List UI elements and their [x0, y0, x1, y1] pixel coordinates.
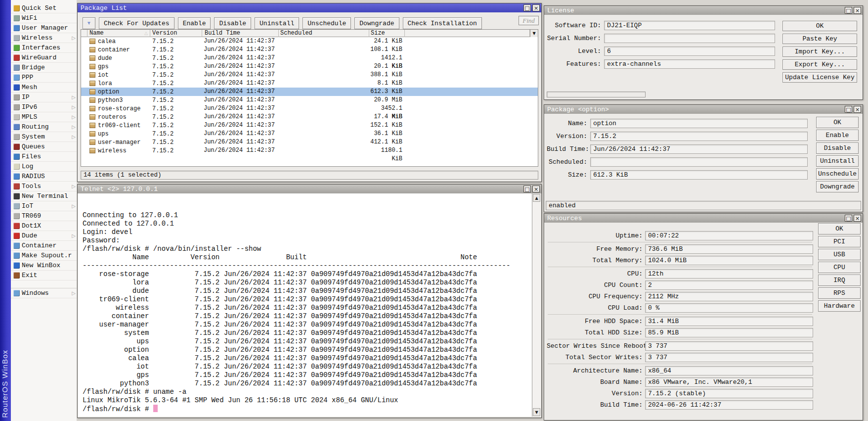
- toolbar-button[interactable]: Check Installation: [403, 17, 482, 29]
- toolbar-button[interactable]: Disable: [214, 17, 251, 29]
- dialog-button[interactable]: OK: [818, 223, 861, 234]
- dialog-button[interactable]: Update License Key: [782, 72, 857, 83]
- sidebar-item[interactable]: IPv6 ▷: [11, 102, 77, 112]
- sidebar-item-windows[interactable]: Windows ▷: [11, 288, 77, 298]
- field-input[interactable]: 1024.0 MiB: [645, 256, 813, 265]
- sidebar-item[interactable]: WireGuard ▷: [11, 53, 77, 63]
- sidebar-item[interactable]: Exit ▷: [11, 271, 77, 281]
- field-input[interactable]: x86 VMware, Inc. VMware20,1: [645, 377, 813, 387]
- column-header-name[interactable]: Name △: [87, 30, 150, 37]
- sidebar-item[interactable]: Container ▷: [11, 241, 77, 251]
- table-row[interactable]: container 7.15.2 Jun/26/2024 11:42:37 10…: [81, 46, 538, 54]
- sidebar-item[interactable]: Wireless ▷: [11, 33, 77, 43]
- scroll-up-ic[interactable]: ▲: [533, 194, 540, 202]
- dialog-button[interactable]: CPU: [818, 262, 861, 273]
- field-input[interactable]: 12th: [645, 269, 813, 279]
- license-titlebar[interactable]: License □ ×: [544, 6, 863, 15]
- field-input[interactable]: [590, 157, 808, 167]
- table-row[interactable]: lora 7.15.2 Jun/26/2024 11:42:37 8.1 KiB: [81, 79, 538, 88]
- dialog-button[interactable]: Hardware: [818, 300, 861, 312]
- field-input[interactable]: 3 737: [645, 353, 813, 362]
- field-input[interactable]: option: [590, 119, 808, 128]
- maximize-icon[interactable]: □: [523, 4, 531, 11]
- sidebar-item[interactable]: PPP ▷: [11, 73, 77, 83]
- sidebar-item[interactable]: Tools ▷: [11, 182, 77, 191]
- sidebar-item[interactable]: Routing ▷: [11, 122, 77, 132]
- sidebar-item[interactable]: Log ▷: [11, 162, 77, 172]
- sidebar-item[interactable]: User Manager ▷: [11, 23, 77, 33]
- sidebar-item[interactable]: Interfaces ▷: [11, 43, 77, 53]
- maximize-icon[interactable]: □: [845, 106, 852, 113]
- filter-button[interactable]: [83, 17, 95, 29]
- terminal-scrollbar[interactable]: ▲ ▼: [532, 193, 541, 417]
- close-icon[interactable]: ×: [532, 4, 540, 11]
- column-header-build-time[interactable]: Build Time: [202, 30, 279, 37]
- field-input[interactable]: 6: [604, 47, 775, 56]
- toolbar-button[interactable]: Unschedule: [303, 17, 351, 29]
- table-row[interactable]: option 7.15.2 Jun/26/2024 11:42:37 612.3…: [81, 88, 538, 96]
- sidebar-item[interactable]: IoT ▷: [11, 201, 77, 211]
- sidebar-item[interactable]: Make Supout.rif ▷: [11, 251, 77, 261]
- maximize-icon[interactable]: □: [523, 186, 531, 192]
- dialog-button[interactable]: Enable: [816, 130, 859, 141]
- table-row[interactable]: wireless 7.15.2 Jun/26/2024 11:42:37 118…: [81, 146, 538, 155]
- table-row[interactable]: routeros 7.15.2 Jun/26/2024 11:42:37 17.…: [81, 113, 538, 121]
- maximize-icon[interactable]: □: [845, 7, 852, 14]
- close-icon[interactable]: ×: [854, 215, 861, 222]
- dialog-button[interactable]: RPS: [818, 287, 861, 299]
- field-input[interactable]: 2: [645, 281, 813, 290]
- field-input[interactable]: 31.4 MiB: [645, 317, 813, 326]
- toolbar-button[interactable]: Uninstall: [255, 17, 299, 29]
- dialog-button[interactable]: Uninstall: [816, 155, 859, 167]
- scroll-down-btn[interactable]: ▼: [533, 408, 540, 416]
- maximize-icon[interactable]: □: [845, 215, 852, 222]
- column-header-scheduled[interactable]: Scheduled: [279, 30, 369, 37]
- column-dropdown-icon[interactable]: ▼: [530, 30, 538, 37]
- toolbar-button[interactable]: Enable: [178, 17, 211, 29]
- field-input[interactable]: 736.6 MiB: [645, 244, 813, 254]
- field-input[interactable]: 85.9 MiB: [645, 328, 813, 337]
- close-icon[interactable]: ×: [854, 7, 861, 14]
- dialog-button[interactable]: Disable: [816, 142, 859, 154]
- dialog-button[interactable]: PCI: [818, 236, 861, 247]
- find-input[interactable]: Find: [519, 16, 539, 25]
- dialog-button[interactable]: Paste Key: [782, 34, 857, 44]
- table-row[interactable]: calea 7.15.2 Jun/26/2024 11:42:37 24.1 K…: [81, 37, 538, 46]
- close-icon[interactable]: ×: [532, 186, 540, 192]
- sidebar-item[interactable]: Queues ▷: [11, 142, 77, 152]
- field-input[interactable]: extra-channels: [604, 59, 775, 69]
- field-input[interactable]: Jun/26/2024 11:42:37: [590, 144, 808, 154]
- field-input[interactable]: 2024-06-26 11:42:37: [645, 400, 813, 410]
- field-input[interactable]: 2112 MHz: [645, 292, 813, 301]
- sidebar-item[interactable]: New Terminal ▷: [11, 191, 77, 201]
- dialog-button[interactable]: IRQ: [818, 275, 861, 286]
- field-input[interactable]: 612.3 KiB: [590, 170, 808, 180]
- field-input[interactable]: 0 %: [645, 303, 813, 313]
- table-row[interactable]: python3 7.15.2 Jun/26/2024 11:42:37 20.9…: [81, 96, 538, 104]
- sidebar-item[interactable]: Bridge ▷: [11, 63, 77, 73]
- column-header-version[interactable]: Version: [150, 30, 202, 37]
- table-row[interactable]: gps 7.15.2 Jun/26/2024 11:42:37 20.1 KiB: [81, 62, 538, 71]
- sidebar-item[interactable]: System ▷: [11, 132, 77, 142]
- field-input[interactable]: 3 737: [645, 341, 813, 351]
- field-input[interactable]: [604, 34, 775, 43]
- table-row[interactable]: ups 7.15.2 Jun/26/2024 11:42:37 36.1 KiB: [81, 130, 538, 138]
- sidebar-item[interactable]: RADIUS ▷: [11, 172, 77, 182]
- sidebar-item[interactable]: Files ▷: [11, 152, 77, 162]
- sidebar-item[interactable]: Dude ▷: [11, 231, 77, 241]
- field-input[interactable]: 7.15.2 (stable): [645, 389, 813, 398]
- table-row[interactable]: tr069-client 7.15.2 Jun/26/2024 11:42:37…: [81, 121, 538, 130]
- toolbar-button[interactable]: Downgrade: [354, 17, 399, 29]
- dialog-button[interactable]: Downgrade: [816, 181, 859, 192]
- dialog-button[interactable]: OK: [816, 117, 859, 128]
- sidebar-item[interactable]: Quick Set ▷: [11, 3, 77, 13]
- field-input[interactable]: 00:07:22: [645, 231, 813, 240]
- sidebar-item[interactable]: New WinBox ▷: [11, 261, 77, 271]
- field-input[interactable]: 7.15.2: [590, 132, 808, 141]
- close-icon[interactable]: ×: [854, 106, 861, 113]
- sidebar-item[interactable]: TR069 ▷: [11, 211, 77, 221]
- table-row[interactable]: user-manager 7.15.2 Jun/26/2024 11:42:37…: [81, 138, 538, 146]
- toolbar-button[interactable]: Check For Updates: [99, 17, 174, 29]
- sidebar-item[interactable]: Dot1X ▷: [11, 221, 77, 231]
- column-header-size[interactable]: Size: [369, 30, 405, 37]
